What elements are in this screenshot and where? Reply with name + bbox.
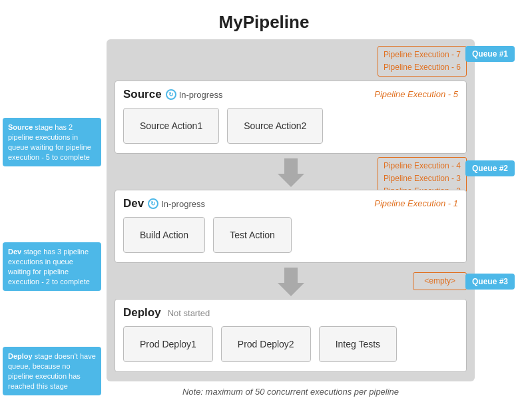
stage-deploy-header: Deploy Not started xyxy=(123,306,458,319)
queue-2-label: Queue #2 xyxy=(465,160,515,176)
action-source1: Source Action1 xyxy=(123,108,219,144)
annotation-dev: Dev stage has 3 pipeline executions in q… xyxy=(3,242,101,291)
arrow-2 xyxy=(115,263,467,299)
stage-source: Source ↻ In-progress Pipeline Execution … xyxy=(115,81,467,154)
stage-dev-header: Dev ↻ In-progress Pipeline Execution - 1 xyxy=(123,197,458,210)
arrow-down-svg-2 xyxy=(274,264,308,298)
action-integ: Integ Tests xyxy=(319,326,397,362)
action-prod1: Prod Deploy1 xyxy=(123,326,213,362)
arrow-down-svg-1 xyxy=(274,155,308,188)
action-test: Test Action xyxy=(213,217,292,253)
action-build: Build Action xyxy=(123,217,205,253)
stage-deploy-name: Deploy xyxy=(123,306,161,319)
note-text: Note: maximum of 50 concurrent execution… xyxy=(107,387,475,397)
stage-dev: Dev ↻ In-progress Pipeline Execution - 1… xyxy=(115,190,467,263)
source-actions-row: Source Action1 Source Action2 xyxy=(123,108,458,144)
inprogress-icon-2: ↻ xyxy=(148,198,158,209)
main-container: MyPipeline Source stage has 2 pipeline e… xyxy=(0,0,528,397)
queue-1-label: Queue #1 xyxy=(465,46,515,62)
stage-source-name: Source xyxy=(123,88,162,101)
action-source2: Source Action2 xyxy=(227,108,323,144)
stage-source-execution: Pipeline Execution - 5 xyxy=(374,89,458,99)
queue-3-label: Queue #3 xyxy=(465,274,515,290)
stage-source-header: Source ↻ In-progress Pipeline Execution … xyxy=(123,88,458,101)
queue-1-executions: Pipeline Execution - 7Pipeline Execution… xyxy=(378,46,467,77)
dev-actions-row: Build Action Test Action xyxy=(123,217,458,253)
annotation-deploy: Deploy stage doesn't have queue, because… xyxy=(3,347,101,395)
svg-marker-1 xyxy=(278,268,304,296)
annotation-source: Source stage has 2 pipeline executions i… xyxy=(3,118,101,166)
arrow-1 xyxy=(115,154,467,190)
stage-dev-execution: Pipeline Execution - 1 xyxy=(374,198,458,208)
stage-deploy-status: Not started xyxy=(168,308,210,318)
page-title: MyPipeline xyxy=(0,0,528,39)
stage-dev-status: ↻ In-progress xyxy=(148,198,205,209)
stage-deploy: Deploy Not started Prod Deploy1 Prod Dep… xyxy=(115,299,467,372)
inprogress-icon: ↻ xyxy=(166,89,176,100)
stage-source-status: ↻ In-progress xyxy=(166,89,223,100)
deploy-actions-row: Prod Deploy1 Prod Deploy2 Integ Tests xyxy=(123,326,458,362)
pipeline-wrapper: Queue #1 Pipeline Execution - 7Pipeline … xyxy=(107,39,475,381)
action-prod2: Prod Deploy2 xyxy=(221,326,311,362)
svg-marker-0 xyxy=(278,158,304,187)
stage-dev-name: Dev xyxy=(123,197,144,210)
